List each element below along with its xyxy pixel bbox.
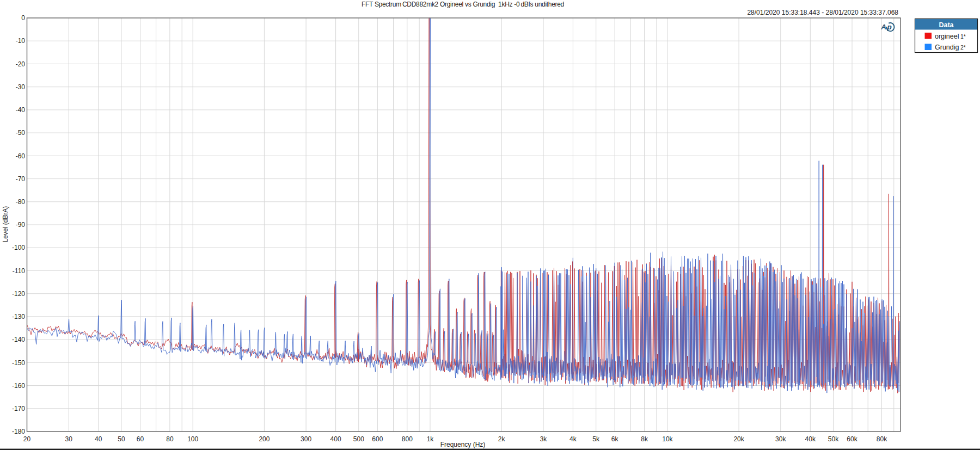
- svg-text:800: 800: [402, 435, 413, 443]
- svg-text:-160: -160: [12, 382, 25, 390]
- svg-text:orgineel: orgineel: [935, 33, 959, 40]
- svg-text:2k: 2k: [498, 435, 506, 443]
- svg-text:0: 0: [21, 14, 25, 22]
- svg-text:60k: 60k: [847, 435, 857, 443]
- svg-text:40: 40: [95, 435, 102, 443]
- svg-text:80: 80: [166, 435, 174, 443]
- svg-text:5k: 5k: [592, 435, 600, 443]
- svg-text:6k: 6k: [611, 435, 619, 443]
- svg-text:FFT Spectrum CDD882mk2 Orginee: FFT Spectrum CDD882mk2 Orgineel vs Grund…: [362, 1, 564, 8]
- svg-text:20k: 20k: [733, 435, 744, 443]
- svg-text:20: 20: [23, 435, 31, 443]
- svg-text:8k: 8k: [641, 435, 648, 443]
- svg-text:2*: 2*: [960, 44, 966, 51]
- svg-text:60: 60: [137, 435, 144, 443]
- svg-text:3k: 3k: [540, 435, 548, 443]
- svg-text:400: 400: [330, 435, 341, 443]
- svg-text:1*: 1*: [960, 33, 966, 40]
- svg-text:-30: -30: [16, 83, 26, 91]
- svg-text:-40: -40: [16, 106, 26, 114]
- svg-text:-50: -50: [16, 129, 26, 137]
- svg-text:-150: -150: [12, 359, 25, 367]
- svg-text:-170: -170: [12, 405, 25, 412]
- svg-text:Level (dBrA): Level (dBrA): [2, 206, 9, 243]
- svg-text:-120: -120: [12, 290, 25, 298]
- svg-text:-80: -80: [16, 198, 26, 206]
- svg-text:-140: -140: [12, 336, 25, 343]
- svg-text:-110: -110: [13, 267, 25, 275]
- svg-text:1k: 1k: [427, 435, 434, 443]
- svg-text:80k: 80k: [877, 435, 887, 443]
- svg-text:-130: -130: [12, 313, 25, 320]
- svg-text:30k: 30k: [775, 435, 786, 443]
- svg-text:-20: -20: [16, 60, 26, 68]
- svg-text:28/01/2020 15:33:18.443 - 28/0: 28/01/2020 15:33:18.443 - 28/01/2020 15:…: [747, 9, 898, 16]
- svg-text:50k: 50k: [828, 435, 839, 443]
- svg-text:100: 100: [187, 435, 198, 443]
- svg-text:50: 50: [118, 435, 125, 443]
- svg-text:10k: 10k: [662, 435, 673, 443]
- svg-text:-10: -10: [16, 37, 26, 45]
- svg-text:40k: 40k: [805, 435, 816, 443]
- svg-text:-70: -70: [16, 175, 26, 183]
- svg-text:Data: Data: [939, 21, 954, 29]
- svg-text:300: 300: [301, 435, 311, 443]
- svg-text:Frequency (Hz): Frequency (Hz): [440, 441, 486, 448]
- svg-text:A: A: [880, 23, 886, 31]
- svg-text:30: 30: [65, 435, 73, 443]
- svg-text:-90: -90: [16, 221, 26, 229]
- svg-text:Grundig: Grundig: [935, 44, 959, 51]
- svg-text:-180: -180: [12, 428, 25, 435]
- svg-text:200: 200: [259, 435, 270, 443]
- svg-text:4k: 4k: [569, 435, 577, 443]
- svg-text:500: 500: [353, 435, 364, 443]
- svg-text:-60: -60: [16, 152, 26, 160]
- svg-text:600: 600: [372, 435, 383, 443]
- svg-text:-100: -100: [12, 244, 25, 251]
